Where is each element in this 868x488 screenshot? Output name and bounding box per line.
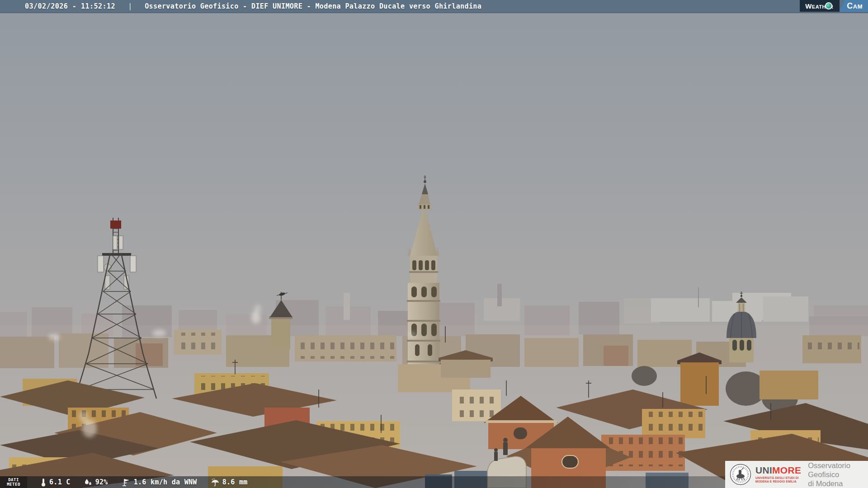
- separator: |: [128, 2, 132, 10]
- unimore-wordmark: UNIMORE UNIVERSITÀ DEGLI STUDI DI MODENA…: [755, 465, 801, 483]
- thermometer-icon: [41, 478, 46, 487]
- university-line1: UNIVERSITÀ DEGLI STUDI DI: [755, 476, 801, 480]
- temperature-reading: 6.1 C: [41, 478, 71, 487]
- humidity-value: 92%: [95, 478, 108, 486]
- umbrella-icon: [211, 478, 219, 486]
- observatory-name: Osservatorio Geofisico di Modena: [808, 461, 868, 488]
- humidity-reading: 92%: [84, 478, 108, 486]
- weathercam-logo: Weather Cam: [800, 0, 868, 12]
- weathercam-cam-label: Cam: [840, 0, 868, 12]
- wind-reading: 1.6 km/h da WNW: [122, 478, 197, 486]
- weather-readings: 6.1 C 92% 1.6 km/h da WNW: [41, 478, 248, 487]
- unimore-brand-box: UNIMORE UNIVERSITÀ DEGLI STUDI DI MODENA…: [725, 461, 868, 488]
- university-line2: MODENA E REGGIO EMILIA: [755, 480, 801, 483]
- raindrops-icon: [84, 478, 92, 486]
- unimore-more: MORE: [772, 465, 801, 475]
- webcam-view: 03/02/2026 - 11:52:12 | Osservatorio Geo…: [0, 0, 868, 488]
- temperature-value: 6.1 C: [49, 478, 71, 486]
- unimore-seal-icon: [730, 464, 751, 485]
- dati-meteo-label: DATI METEO: [0, 476, 27, 488]
- wind-value: 1.6 km/h da WNW: [134, 478, 197, 486]
- wind-flag-icon: [122, 478, 131, 486]
- precipitation-reading: 8.6 mm: [211, 478, 248, 486]
- precipitation-value: 8.6 mm: [222, 478, 248, 486]
- unimore-uni: UNI: [755, 465, 772, 475]
- camera-title: Osservatorio Geofisico - DIEF UNIMORE - …: [145, 2, 481, 10]
- timestamp: 03/02/2026 - 11:52:12: [25, 2, 115, 10]
- webcam-photo: [0, 13, 868, 488]
- weathercam-weather-label: Weather: [800, 0, 840, 12]
- header-bar: 03/02/2026 - 11:52:12 | Osservatorio Geo…: [0, 0, 868, 13]
